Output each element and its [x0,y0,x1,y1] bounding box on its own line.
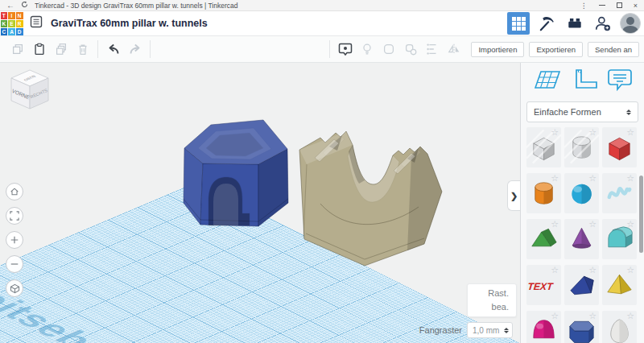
home-view-button[interactable] [6,183,23,200]
shape-tile-box-transparent[interactable]: ☆ [526,127,561,167]
paste-icon[interactable] [28,39,50,60]
model-blue-pillar[interactable] [184,120,288,226]
favorite-star-icon[interactable]: ☆ [626,311,634,320]
duplicate-icon[interactable] [50,39,72,60]
tinkercad-logo[interactable]: TINKERCAD [0,11,23,35]
shapes-panel: Einfache Formen ☆☆☆☆☆☆☆☆☆☆TEXT☆☆☆☆☆ [520,63,644,343]
shape-category-value: Einfache Formen [534,107,626,117]
logo-cell: N [16,12,23,19]
dashboard-grid-button[interactable] [507,12,530,35]
updown-arrows-icon [504,328,509,333]
export-button[interactable]: Exportieren [529,42,583,57]
edit-grid-line1: Rast. [475,287,509,300]
favorite-star-icon[interactable]: ☆ [551,127,559,137]
favorite-star-icon[interactable]: ☆ [626,219,634,229]
import-button[interactable]: Importieren [471,42,524,57]
workplane-tool-icon[interactable] [531,68,562,95]
show-all-icon[interactable] [334,39,356,60]
group-icon[interactable] [378,39,399,60]
favorite-star-icon[interactable]: ☆ [588,219,597,229]
window-titlebar: ← Tinkercad - 3D design GraviTrax 60mm p… [0,0,644,11]
view-cube[interactable]: OBEN VORNE RECHTS [6,66,55,114]
favorite-star-icon[interactable]: ☆ [626,173,634,183]
window-title: Tinkercad - 3D design GraviTrax 60mm pil… [35,2,580,10]
zoom-in-button[interactable] [6,231,23,249]
logo-cell: R [16,20,23,27]
snap-grid-select[interactable]: 1,0 mm [467,322,513,338]
favorite-star-icon[interactable]: ☆ [626,127,634,137]
zoom-out-button[interactable] [6,255,23,273]
shape-tile-round-roof[interactable]: ☆ [602,219,637,259]
shape-tile-text[interactable]: ☆TEXT [526,265,561,305]
shape-tile-paraboloid[interactable]: ☆ [526,311,561,343]
maximize-icon[interactable] [617,2,622,8]
ungroup-icon[interactable] [399,39,421,60]
edit-grid-button[interactable]: Rast. bea. [467,283,517,317]
shape-tile-scribble[interactable]: ☆ [602,173,637,213]
favorite-star-icon[interactable]: ☆ [551,265,559,275]
panel-scrollbar[interactable] [639,176,643,253]
shape-tile-cylinder-transparent[interactable]: ☆ [564,127,599,167]
shape-tile-pyramid[interactable]: ☆ [602,265,637,305]
shape-tile-cylinder[interactable]: ☆ [526,173,561,213]
favorite-star-icon[interactable]: ☆ [551,311,559,320]
mirror-icon[interactable] [443,39,464,60]
redo-icon[interactable] [124,39,146,60]
snap-grid-label: Fangraster [378,325,462,335]
favorite-star-icon[interactable]: ☆ [626,265,634,275]
toolbar: Importieren Exportieren Senden an [0,36,644,63]
window-menu-icon[interactable]: ⋮ [580,2,588,10]
snap-grid-value: 1,0 mm [473,326,504,335]
delete-icon[interactable] [72,39,93,60]
align-icon[interactable] [421,39,443,60]
perspective-toggle-button[interactable] [6,279,23,297]
favorite-star-icon[interactable]: ☆ [551,173,559,183]
lightbulb-icon[interactable] [356,39,378,60]
close-icon[interactable]: × [634,2,638,10]
ruler-tool-icon[interactable] [570,68,599,95]
brick-blocks-icon[interactable] [564,12,586,35]
panel-collapse-button[interactable]: ❯ [507,180,520,211]
favorite-star-icon[interactable]: ☆ [588,265,597,275]
shape-grid: ☆☆☆☆☆☆☆☆☆☆TEXT☆☆☆☆☆ [526,127,636,343]
refresh-icon[interactable] [21,1,28,10]
send-to-button[interactable]: Senden an [588,42,639,57]
model-tan-holder[interactable] [299,131,442,266]
undo-icon[interactable] [102,39,124,60]
minimize-icon[interactable] [599,5,605,6]
favorite-star-icon[interactable]: ☆ [588,311,597,320]
logo-cell: E [8,20,15,27]
logo-cell: T [1,12,8,19]
shape-tile-roof[interactable]: ☆ [526,219,561,259]
notes-tool-icon[interactable] [606,68,634,95]
viewport-canvas[interactable]: Arbeitsebene [0,63,520,343]
updown-arrows-icon [626,110,631,115]
logo-cell: D [16,28,23,35]
logo-cell: A [8,28,15,35]
logo-cell: K [1,20,8,27]
copy-icon[interactable] [6,39,28,60]
design-title[interactable]: GraviTrax 60mm pillar w. tunnels [51,18,208,29]
shape-tile-sphere[interactable]: ☆ [564,173,599,213]
shape-tile-cone[interactable]: ☆ [564,219,599,259]
properties-icon[interactable] [30,15,43,31]
shape-tile-wedge[interactable]: ☆ [564,265,599,305]
back-icon[interactable]: ← [6,2,14,10]
app-header: TINKERCAD GraviTrax 60mm pillar w. tunne… [0,11,644,36]
shape-category-select[interactable]: Einfache Formen [526,101,638,122]
shape-tile-egg[interactable]: ☆ [602,311,637,343]
svg-text:TEXT: TEXT [527,281,555,292]
logo-cell: C [1,28,8,35]
avatar[interactable] [620,13,641,34]
favorite-star-icon[interactable]: ☆ [588,173,597,183]
invite-person-icon[interactable] [592,12,614,35]
grid-icon [512,17,526,31]
shape-tile-polygon[interactable]: ☆ [564,311,599,343]
shape-tile-box[interactable]: ☆ [602,127,637,167]
favorite-star-icon[interactable]: ☆ [588,127,597,137]
minecraft-pickaxe-icon[interactable] [535,12,558,35]
edit-grid-line2: bea. [475,300,509,314]
favorite-star-icon[interactable]: ☆ [551,219,559,229]
fit-view-button[interactable] [6,207,23,225]
logo-cell: I [8,12,15,19]
